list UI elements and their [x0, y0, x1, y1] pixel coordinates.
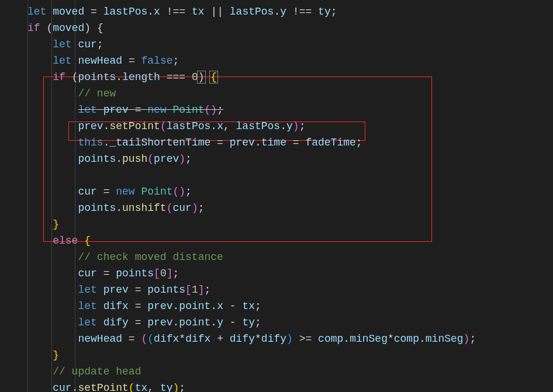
- code-line[interactable]: prev.setPoint(lastPos.x, lastPos.y);: [27, 118, 476, 134]
- code-line[interactable]: points.unshift(cur);: [27, 200, 476, 216]
- code-line[interactable]: let prev = new Point();: [27, 102, 476, 118]
- code-line[interactable]: this._tailShortenTime = prev.time = fade…: [27, 134, 476, 151]
- code-lines[interactable]: let moved = lastPos.x !== tx || lastPos.…: [27, 4, 476, 392]
- code-editor[interactable]: let moved = lastPos.x !== tx || lastPos.…: [0, 0, 553, 392]
- code-line[interactable]: else {: [27, 233, 476, 249]
- code-line[interactable]: // new: [27, 85, 476, 102]
- code-line[interactable]: // check moved distance: [27, 249, 476, 265]
- code-line[interactable]: if (points.length === 0) {: [27, 69, 476, 85]
- code-line[interactable]: newHead = ((difx*difx + dify*dify) >= co…: [27, 331, 476, 347]
- code-line[interactable]: // update head: [27, 363, 476, 380]
- code-line[interactable]: [27, 167, 476, 183]
- code-line[interactable]: let cur;: [27, 36, 476, 53]
- code-line[interactable]: }: [27, 347, 476, 363]
- code-line[interactable]: let difx = prev.point.x - tx;: [27, 298, 476, 314]
- code-line[interactable]: if (moved) {: [27, 20, 476, 36]
- code-line[interactable]: cur.setPoint(tx, ty);: [27, 380, 476, 392]
- code-line[interactable]: points.push(prev);: [27, 151, 476, 167]
- code-line[interactable]: let prev = points[1];: [27, 282, 476, 298]
- code-line[interactable]: let moved = lastPos.x !== tx || lastPos.…: [27, 4, 476, 20]
- code-line[interactable]: cur = new Point();: [27, 183, 476, 200]
- code-line[interactable]: cur = points[0];: [27, 265, 476, 282]
- code-line[interactable]: let dify = prev.point.y - ty;: [27, 314, 476, 331]
- code-line[interactable]: let newHead = false;: [27, 53, 476, 69]
- code-line[interactable]: }: [27, 216, 476, 233]
